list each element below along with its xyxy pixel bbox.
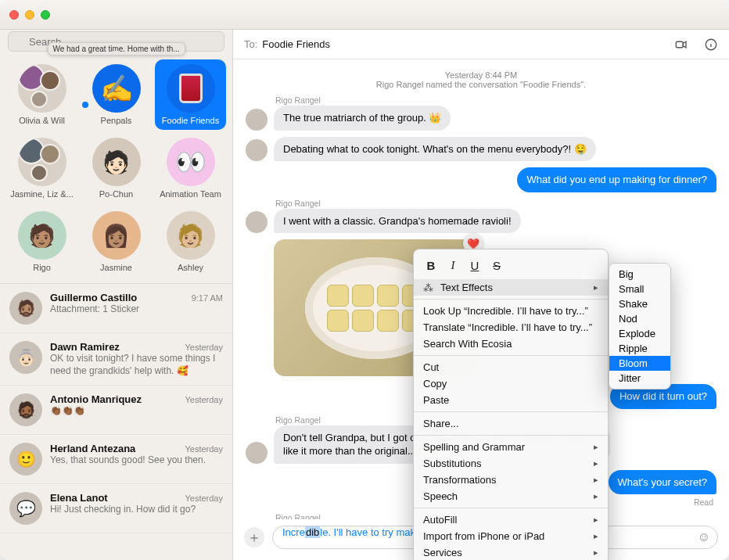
menu-autofill[interactable]: AutoFill▸ [414, 512, 608, 528]
timestamp: Yesterday 8:44 PM [246, 70, 716, 80]
conversation-row[interactable]: 👵🏻 Dawn RamirezYesterday OK to visit ton… [0, 333, 232, 386]
submenu-big[interactable]: Big [609, 267, 670, 282]
menu-copy[interactable]: Copy [414, 375, 608, 392]
submenu-small[interactable]: Small [609, 282, 670, 296]
submenu-explode[interactable]: Explode [609, 326, 670, 341]
chevron-right-icon: ▸ [594, 475, 598, 485]
avatar-icon [246, 139, 268, 161]
facetime-icon[interactable] [674, 38, 688, 52]
chevron-right-icon: ▸ [594, 282, 598, 293]
submenu-shake[interactable]: Shake [609, 296, 670, 311]
draft-selection: dib [305, 526, 320, 538]
menu-label: Substitutions [423, 458, 481, 469]
pin-label: Olivia & Will [19, 116, 65, 125]
menu-lookup[interactable]: Look Up “Incredible. I’ll have to try...… [414, 303, 608, 319]
menu-cut[interactable]: Cut [414, 359, 608, 375]
pin-label: Penpals [101, 116, 132, 125]
info-icon[interactable] [704, 38, 718, 52]
emoji-picker-icon[interactable]: ☺ [698, 530, 710, 544]
unread-indicator [82, 102, 88, 108]
conversation-row[interactable]: 🧔🏾 Antonio ManriquezYesterday 👏🏾👏🏾👏🏾 [0, 386, 232, 435]
message-bubble[interactable]: What's your secret? [609, 470, 716, 495]
conversation-header: To: Foodie Friends [233, 30, 729, 59]
message-bubble[interactable]: The true matriarch of the group. 👑 [274, 106, 451, 131]
pin-label: Po-Chun [99, 189, 133, 199]
chevron-right-icon: ▸ [594, 458, 598, 468]
system-message: Rigo Rangel named the conversation "Food… [246, 80, 716, 89]
pin-rigo[interactable]: 🧑🏽 Rigo [6, 206, 77, 277]
message-bubble[interactable]: I went with a classic. Grandpa's homemad… [274, 209, 521, 234]
pin-foodie-friends[interactable]: Foodie Friends [155, 59, 226, 130]
window-controls [9, 10, 50, 20]
menu-label: Cut [423, 361, 439, 373]
pin-olivia-will[interactable]: Olivia & Will [6, 59, 77, 130]
menu-label: Speech [423, 490, 458, 502]
menu-speech[interactable]: Speech▸ [414, 488, 608, 504]
chevron-right-icon: ▸ [594, 547, 598, 558]
pin-label: Ashley [178, 263, 203, 272]
menu-paste[interactable]: Paste [414, 392, 608, 408]
chevron-right-icon: ▸ [594, 531, 598, 541]
italic-button[interactable]: I [442, 256, 464, 275]
pin-preview-tooltip: We had a great time. Home with th... [47, 42, 185, 56]
pin-jasmine[interactable]: 👩🏽 Jasmine [81, 206, 152, 277]
menu-text-effects[interactable]: ⁂Text Effects ▸ [414, 279, 608, 296]
menu-label: Import from iPhone or iPad [423, 530, 544, 542]
can-icon [179, 74, 203, 103]
chevron-right-icon: ▸ [594, 491, 598, 501]
zoom-window-button[interactable] [41, 10, 50, 20]
to-label: To: [244, 38, 257, 50]
menu-label: Translate “Incredible. I’ll have to try.… [423, 321, 592, 333]
sidebar: Olivia & Will We had a great time. Home … [0, 30, 233, 560]
pin-label: Animation Team [160, 189, 221, 199]
pin-ashley[interactable]: 🧑🏼 Ashley [155, 206, 226, 277]
format-row: B I U S [414, 253, 608, 279]
submenu-ripple[interactable]: Ripple [609, 341, 670, 356]
strikethrough-button[interactable]: S [486, 256, 508, 275]
pin-jasmine-liz[interactable]: Jasmine, Liz &... [6, 133, 77, 203]
draft-text: Incre [282, 526, 305, 538]
conversation-row[interactable]: 🙂 Herland AntezanaYesterday Yes, that so… [0, 435, 232, 484]
conversation-list: 🧔🏽 Guillermo Castillo9:17 AM Attachment:… [0, 283, 232, 533]
underline-button[interactable]: U [464, 256, 486, 275]
message-bubble[interactable]: What did you end up making for dinner? [517, 167, 716, 192]
message-bubble[interactable]: Debating what to cook tonight. What's on… [274, 137, 596, 162]
menu-spelling[interactable]: Spelling and Grammar▸ [414, 439, 608, 455]
chevron-right-icon: ▸ [594, 515, 598, 525]
context-menu: B I U S ⁂Text Effects ▸ Look Up “Incredi… [413, 249, 609, 560]
menu-label: Share... [423, 418, 459, 429]
menu-share[interactable]: Share... [414, 415, 608, 432]
to-value: Foodie Friends [262, 38, 330, 50]
submenu-bloom[interactable]: Bloom [609, 356, 670, 371]
close-window-button[interactable] [9, 10, 19, 20]
conversation-name: Elena Lanot [50, 492, 108, 504]
menu-services[interactable]: Services▸ [414, 544, 608, 560]
pin-label: Foodie Friends [162, 116, 219, 125]
minimize-window-button[interactable] [25, 10, 34, 20]
avatar-icon [246, 442, 268, 464]
conversation-time: Yesterday [185, 343, 223, 352]
pin-label: Rigo [33, 263, 51, 272]
bold-button[interactable]: B [420, 256, 442, 275]
menu-transformations[interactable]: Transformations▸ [414, 472, 608, 488]
pin-animation-team[interactable]: 👀 Animation Team [155, 133, 226, 203]
pin-pochun[interactable]: 🧑🏻 Po-Chun [81, 133, 152, 203]
conversation-row[interactable]: 🧔🏽 Guillermo Castillo9:17 AM Attachment:… [0, 284, 232, 333]
menu-label: Search With Ecosia [423, 338, 512, 350]
conversation-name: Antonio Manriquez [50, 393, 142, 405]
submenu-jitter[interactable]: Jitter [609, 371, 670, 386]
menu-search-web[interactable]: Search With Ecosia [414, 336, 608, 352]
pin-label: Jasmine [100, 263, 132, 272]
conversation-time: Yesterday [185, 494, 223, 503]
menu-import-device[interactable]: Import from iPhone or iPad▸ [414, 528, 608, 544]
conversation-preview: Attachment: 1 Sticker [50, 303, 223, 316]
conversation-row[interactable]: 💬 Elena LanotYesterday Hi! Just checking… [0, 484, 232, 533]
conversation-time: Yesterday [185, 395, 223, 404]
apps-button[interactable]: ＋ [244, 527, 264, 547]
submenu-nod[interactable]: Nod [609, 311, 670, 326]
menu-substitutions[interactable]: Substitutions▸ [414, 455, 608, 472]
conversation-preview: Hi! Just checking in. How did it go? [50, 504, 223, 516]
pin-penpals[interactable]: We had a great time. Home with th... ✍️ … [81, 59, 152, 130]
avatar-icon [246, 109, 268, 131]
menu-translate[interactable]: Translate “Incredible. I’ll have to try.… [414, 319, 608, 336]
